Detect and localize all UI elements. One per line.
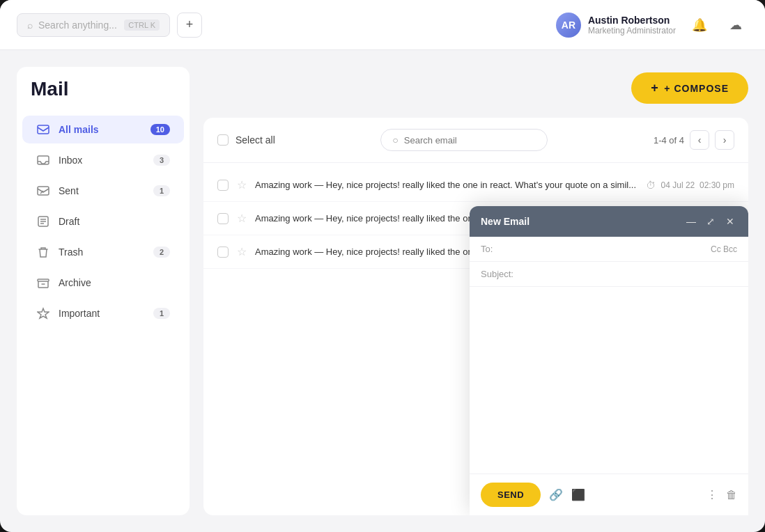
archive-label: Archive <box>59 277 170 288</box>
global-search[interactable]: ⌕ Search anything... CTRL K <box>17 13 170 37</box>
trash-icon <box>36 245 50 259</box>
compose-to-input[interactable] <box>523 244 711 254</box>
top-bar-right: AR Austin Robertson Marketing Administra… <box>556 13 748 38</box>
avatar: AR <box>556 13 581 38</box>
draft-icon <box>36 214 50 228</box>
expand-compose-button[interactable]: ⤢ <box>704 214 718 228</box>
close-icon: ✕ <box>726 216 734 227</box>
inbox-badge: 3 <box>153 155 170 166</box>
compose-label: + COMPOSE <box>664 83 729 94</box>
prev-page-button[interactable]: ‹ <box>690 130 709 150</box>
compose-title: New Email <box>481 216 530 227</box>
search-shortcut: CTRL K <box>124 19 160 31</box>
compose-body-input[interactable] <box>481 295 737 462</box>
compose-body <box>470 287 748 474</box>
sidebar-item-sent[interactable]: Sent 1 <box>22 177 184 205</box>
email-subject-1: Amazing work — Hey, nice projects! reall… <box>255 180 638 190</box>
page-title: Mail <box>17 78 190 114</box>
cloud-button[interactable]: ☁ <box>723 13 748 38</box>
svg-rect-8 <box>38 279 49 281</box>
sidebar-item-inbox[interactable]: Inbox 3 <box>22 146 184 174</box>
clock-icon-1: ⏱ <box>646 180 656 191</box>
compose-panel: New Email — ⤢ ✕ To: <box>470 206 748 515</box>
chevron-right-icon: › <box>723 134 727 146</box>
search-icon: ⌕ <box>27 19 33 31</box>
email-date-wrap-1: ⏱ 04 Jul 22 02:30 pm <box>646 180 734 191</box>
pagination: 1-4 of 4 ‹ › <box>654 130 734 150</box>
all-mails-label: All mails <box>59 124 142 135</box>
sidebar: Mail All mails 10 <box>17 67 190 515</box>
archive-icon <box>36 276 50 290</box>
compose-footer-icons: 🔗 ⬛ <box>549 488 698 501</box>
expand-icon: ⤢ <box>706 216 715 227</box>
compose-to-label: To: <box>481 244 523 254</box>
user-role: Marketing Administrator <box>588 26 676 36</box>
draft-label: Draft <box>59 216 170 227</box>
sidebar-item-trash[interactable]: Trash 2 <box>22 238 184 266</box>
important-label: Important <box>59 308 145 319</box>
attachment-icon[interactable]: 🔗 <box>549 488 563 501</box>
important-icon <box>36 306 50 320</box>
all-mails-icon <box>36 123 50 136</box>
compose-subject-input[interactable] <box>523 269 737 279</box>
email-area: + + COMPOSE Select all ○ <box>203 67 748 515</box>
email-date-1: 04 Jul 22 02:30 pm <box>661 180 734 190</box>
sent-badge: 1 <box>153 185 170 196</box>
user-info: AR Austin Robertson Marketing Administra… <box>556 13 676 38</box>
compose-subject-field: Subject: <box>470 262 748 287</box>
sidebar-item-archive[interactable]: Archive <box>22 269 184 297</box>
mail-header-row: + + COMPOSE <box>203 67 748 118</box>
important-badge: 1 <box>153 308 170 319</box>
email-search-icon: ○ <box>392 134 398 146</box>
plus-icon: + <box>186 17 194 32</box>
compose-header-actions: — ⤢ ✕ <box>684 214 737 228</box>
sent-icon <box>36 184 50 198</box>
svg-marker-10 <box>38 308 49 318</box>
delete-compose-icon[interactable]: 🗑 <box>726 489 737 501</box>
compose-cc-bcc[interactable]: Cc Bcc <box>711 244 737 254</box>
email-checkbox-2[interactable] <box>217 213 229 224</box>
compose-subject-label: Subject: <box>481 269 523 279</box>
send-button[interactable]: SEND <box>481 483 541 507</box>
avatar-image: AR <box>556 13 581 38</box>
email-search-input[interactable] <box>404 135 536 146</box>
select-all-label[interactable]: Select all <box>235 134 275 146</box>
select-all-row: Select all <box>217 134 275 146</box>
star-icon-2[interactable]: ☆ <box>237 212 247 225</box>
sidebar-item-important[interactable]: Important 1 <box>22 299 184 327</box>
trash-badge: 2 <box>153 247 170 258</box>
inbox-icon <box>36 153 50 167</box>
close-compose-button[interactable]: ✕ <box>723 214 737 228</box>
minimize-icon: — <box>686 216 696 227</box>
search-global-placeholder: Search anything... <box>38 19 118 31</box>
email-search-wrap[interactable]: ○ <box>380 129 548 151</box>
email-checkbox-1[interactable] <box>217 180 229 191</box>
add-button[interactable]: + <box>177 13 202 38</box>
compose-footer-right: ⋮ 🗑 <box>706 488 737 501</box>
page-count: 1-4 of 4 <box>654 135 684 146</box>
select-all-checkbox[interactable] <box>217 134 229 146</box>
sidebar-item-draft[interactable]: Draft <box>22 208 184 235</box>
sidebar-item-all-mails[interactable]: All mails 10 <box>22 116 184 143</box>
inbox-label: Inbox <box>59 155 145 166</box>
user-name: Austin Robertson <box>588 15 676 26</box>
image-icon[interactable]: ⬛ <box>571 488 585 501</box>
star-icon-1[interactable]: ☆ <box>237 178 247 191</box>
compose-button[interactable]: + + COMPOSE <box>631 72 748 104</box>
user-details: Austin Robertson Marketing Administrator <box>588 15 676 36</box>
minimize-compose-button[interactable]: — <box>684 214 698 228</box>
bell-icon: 🔔 <box>692 17 707 33</box>
email-checkbox-3[interactable] <box>217 247 229 258</box>
compose-header: New Email — ⤢ ✕ <box>470 206 748 237</box>
main-content: Mail All mails 10 <box>0 50 765 532</box>
svg-rect-0 <box>38 125 49 134</box>
compose-to-field: To: Cc Bcc <box>470 237 748 262</box>
notification-bell-button[interactable]: 🔔 <box>687 13 712 38</box>
more-options-icon[interactable]: ⋮ <box>706 488 718 501</box>
trash-label: Trash <box>59 247 145 258</box>
top-bar: ⌕ Search anything... CTRL K + AR Austin … <box>0 0 765 50</box>
star-icon-3[interactable]: ☆ <box>237 245 247 258</box>
next-page-button[interactable]: › <box>715 130 734 150</box>
all-mails-badge: 10 <box>150 124 170 135</box>
email-row[interactable]: ☆ Amazing work — Hey, nice projects! rea… <box>203 169 748 202</box>
